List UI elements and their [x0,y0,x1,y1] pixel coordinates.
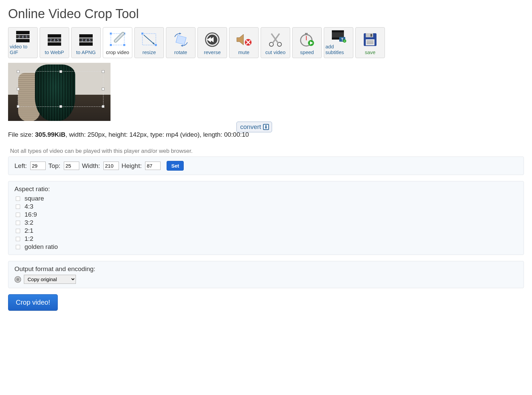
svg-rect-37 [332,31,344,32]
crop-handle-n[interactable] [59,70,62,73]
stopwatch-icon [294,30,320,49]
encoding-title: Output format and encoding: [14,265,518,273]
crop-handle-e[interactable] [102,88,104,90]
tool-label: to WebP [45,49,64,55]
left-input[interactable] [30,162,46,170]
clapper-icon: 2 4 5 [41,30,68,49]
encoding-select[interactable]: Copy original [24,275,76,284]
svg-rect-15 [110,44,112,46]
crop-handle-w[interactable] [17,88,19,90]
clapper-icon: 2 4 5 [73,30,99,49]
top-label: Top: [48,162,60,170]
tool-speed[interactable]: speed [292,27,322,58]
svg-rect-21 [176,35,186,45]
ratio-1-2[interactable]: 1:2 [14,235,518,243]
svg-rect-3 [16,39,30,42]
ratio-16-9[interactable]: 16:9 [14,211,518,218]
tool-resize[interactable]: resize [134,27,164,58]
ratio-2-1[interactable]: 2:1 [14,227,518,234]
svg-marker-28 [237,34,243,45]
tool-label: reverse [204,49,221,55]
video-preview[interactable] [8,63,110,121]
svg-rect-45 [370,34,372,37]
tool-label: resize [142,49,156,55]
floppy-icon [357,30,383,49]
tool-label: rotate [174,49,187,55]
width-input[interactable] [103,162,119,170]
scissors-icon [262,30,289,49]
ratio-checkbox[interactable] [16,205,20,209]
player-note: Not all types of video can be played wit… [10,148,524,155]
svg-rect-18 [141,33,143,35]
tool-video-to-gif[interactable]: 2 4 5 video to GIF [8,27,38,58]
tool-to-webp[interactable]: 2 4 5 to WebP [40,27,69,58]
aspect-ratio-panel: Aspect ratio: square 4:3 16:9 3:2 2:1 1:… [8,181,524,255]
crop-handle-ne[interactable] [102,70,104,73]
subtitles-icon: T+ [325,28,352,44]
mute-icon [231,30,257,49]
crop-icon [104,30,131,49]
crop-handle-se[interactable] [102,105,104,108]
svg-text:2 4 5: 2 4 5 [81,39,90,42]
ratio-checkbox[interactable] [16,196,20,201]
ratio-3-2[interactable]: 3:2 [14,219,518,226]
svg-rect-13 [110,33,112,35]
preview-area [8,63,524,121]
encoding-panel: Output format and encoding: Copy origina… [8,261,524,288]
ratio-4-3[interactable]: 4:3 [14,203,518,210]
svg-rect-48 [367,42,373,43]
svg-rect-11 [79,42,93,46]
svg-rect-7 [48,42,61,46]
reverse-icon [199,30,225,49]
svg-rect-8 [79,34,93,38]
width-label: Width: [82,162,100,170]
svg-marker-23 [181,45,183,47]
ratio-checkbox[interactable] [16,245,20,249]
set-button[interactable]: Set [167,161,184,171]
aspect-ratio-title: Aspect ratio: [14,185,518,193]
tool-cut-video[interactable]: cut video [261,27,290,58]
ratio-golden[interactable]: golden ratio [14,243,518,251]
page-title: Online Video Crop Tool [8,7,524,21]
svg-rect-47 [367,41,373,41]
tool-label: cut video [265,49,285,55]
tool-crop-video[interactable]: crop video [103,27,132,58]
tool-label: video to GIF [10,44,36,55]
ratio-square[interactable]: square [14,195,518,202]
crop-video-button[interactable]: Crop video! [8,294,58,311]
height-input[interactable] [145,162,161,170]
ratio-checkbox[interactable] [16,237,20,241]
svg-rect-19 [155,44,157,46]
svg-rect-16 [123,44,125,46]
ratio-checkbox[interactable] [16,213,20,217]
left-label: Left: [14,162,27,170]
crop-handle-sw[interactable] [17,105,19,108]
tool-save[interactable]: save [355,27,385,58]
crop-selection[interactable] [18,71,103,107]
convert-label: convert [240,123,261,131]
crop-handle-nw[interactable] [17,70,19,73]
tool-reverse[interactable]: reverse [197,27,227,58]
svg-rect-4 [48,34,61,38]
tool-to-apng[interactable]: 2 4 5 to APNG [71,27,101,58]
tool-label: to APNG [76,49,96,55]
tool-label: speed [300,49,314,55]
tool-label: crop video [106,49,129,55]
svg-rect-33 [305,33,308,35]
crop-handle-s[interactable] [59,105,62,108]
tool-mute[interactable]: mute [229,27,259,58]
top-input[interactable] [64,162,79,170]
rotate-icon [168,30,194,49]
resize-icon [136,30,162,49]
tool-add-subtitles[interactable]: T+ add subtitles [324,27,353,58]
svg-text:+: + [344,40,346,43]
tool-label: mute [238,49,249,55]
coordinates-panel: Left: Top: Width: Height: Set [8,157,524,175]
ratio-checkbox[interactable] [16,229,20,233]
svg-rect-0 [16,31,30,34]
ratio-checkbox[interactable] [16,221,20,225]
tool-label: add subtitles [325,44,352,55]
svg-rect-49 [367,43,373,44]
tool-rotate[interactable]: rotate [166,27,195,58]
toolbar: 2 4 5 video to GIF 2 4 5 to WebP 2 4 5 t… [8,27,524,58]
